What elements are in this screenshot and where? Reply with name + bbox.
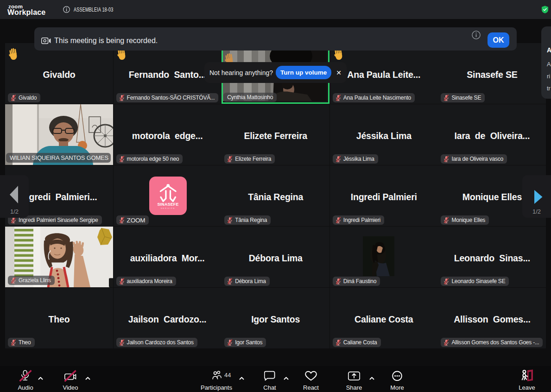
svg-text:SINASEFE: SINASEFE [157,202,178,207]
svg-text:SERGIPE: SERGIPE [160,207,175,209]
